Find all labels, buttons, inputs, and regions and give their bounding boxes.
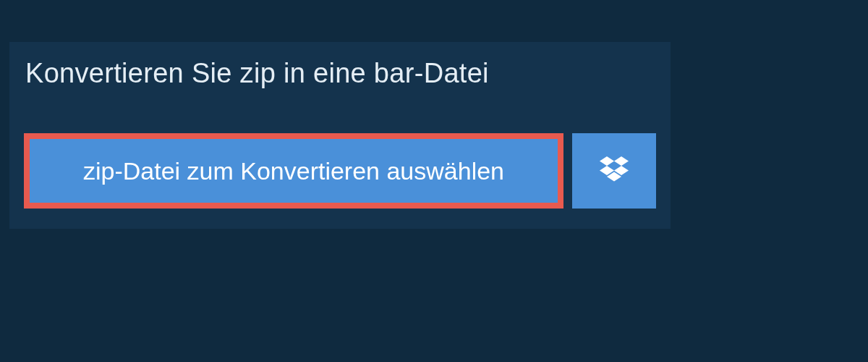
dropbox-button[interactable]: [572, 133, 656, 209]
title-bar: Konvertieren Sie zip in eine bar-Datei: [9, 42, 545, 103]
select-file-button-label: zip-Datei zum Konvertieren auswählen: [83, 157, 504, 185]
select-file-button[interactable]: zip-Datei zum Konvertieren auswählen: [24, 133, 563, 209]
action-button-row: zip-Datei zum Konvertieren auswählen: [24, 133, 656, 209]
dropbox-icon: [600, 156, 629, 185]
page-title: Konvertieren Sie zip in eine bar-Datei: [9, 42, 545, 89]
